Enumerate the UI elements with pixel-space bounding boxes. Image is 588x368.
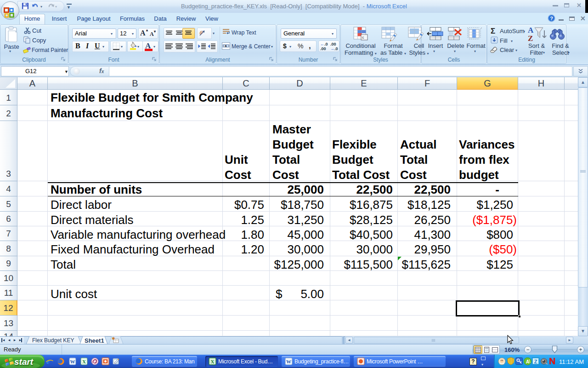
svg-text:W: W xyxy=(286,359,291,364)
svg-text:≤: ≤ xyxy=(362,35,364,40)
svg-text:X: X xyxy=(82,359,86,364)
svg-text:?: ? xyxy=(550,16,553,21)
svg-text:A: A xyxy=(528,26,534,34)
svg-text:Z: Z xyxy=(534,359,537,364)
svg-text:a: a xyxy=(225,44,227,47)
svg-text:ab: ab xyxy=(199,29,204,35)
svg-text:Z: Z xyxy=(528,34,533,42)
svg-text:X: X xyxy=(211,359,215,364)
svg-text:A: A xyxy=(526,359,529,364)
svg-text:W: W xyxy=(70,359,75,364)
svg-text:✱: ✱ xyxy=(112,336,115,341)
